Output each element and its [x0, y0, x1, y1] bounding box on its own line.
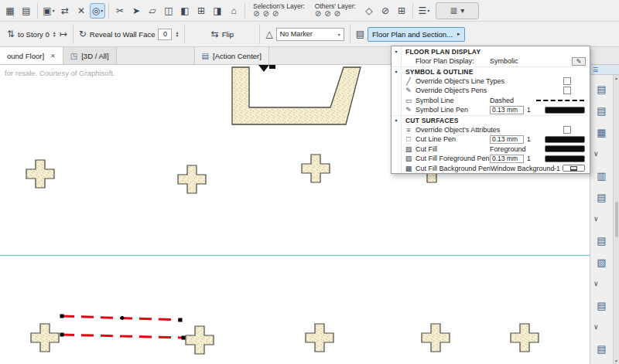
marker-dropdown[interactable]: No Marker ▾: [276, 28, 344, 41]
floor-plan-display-value[interactable]: Symbolic: [490, 57, 533, 65]
symbol-line-value[interactable]: Dashed: [490, 97, 533, 104]
favorites-icon[interactable]: ▤: [19, 3, 34, 19]
grid-snap-icon[interactable]: ⊞: [394, 3, 409, 19]
selection-handle[interactable]: [179, 318, 183, 322]
tab-3d-all[interactable]: ◳ [3D / All]: [63, 47, 117, 64]
pickup-parameters-icon[interactable]: ⇄: [57, 3, 73, 19]
collapse-arrow-icon[interactable]: ▾: [392, 46, 402, 56]
tab-action-center[interactable]: ▤ [Action Center]: [194, 47, 269, 64]
arrow-tool-icon[interactable]: ➤: [128, 3, 144, 19]
layers-icon[interactable]: ◇: [361, 3, 377, 19]
cut-fill-background-value[interactable]: Window Background: [491, 165, 551, 172]
wall-outline[interactable]: [232, 67, 361, 124]
layer-state-icon[interactable]: ⊘: [262, 10, 268, 18]
scrollbar-thumb[interactable]: [615, 202, 618, 237]
story-stepper[interactable]: ▲▼: [53, 31, 56, 38]
cut-fill-foreground-swatch[interactable]: [545, 155, 585, 162]
override-line-types-checkbox[interactable]: [563, 77, 571, 85]
selected-wall-edge[interactable]: [62, 335, 183, 338]
cut-surfaces-header-row[interactable]: ▾ CUT SURFACES: [392, 115, 590, 125]
sheet-icon[interactable]: ▥: [590, 165, 613, 186]
cut-line-pen-swatch[interactable]: [545, 136, 585, 143]
floor-plan-section-dropdown[interactable]: Floor Plan and Section... ▸: [368, 27, 465, 42]
chevron-down-icon[interactable]: ∨: [590, 208, 613, 230]
dashed-line-preview[interactable]: [536, 100, 584, 101]
element-settings-icon[interactable]: ▣▾: [41, 3, 56, 19]
jump-icon[interactable]: ↦: [60, 29, 67, 39]
collapse-arrow-icon[interactable]: ▾: [392, 116, 402, 125]
flip-button[interactable]: Flip: [222, 30, 234, 39]
tab-ground-floor[interactable]: ound Floor] ✕: [0, 47, 63, 64]
column-symbol[interactable]: [306, 324, 333, 352]
sheet-icon[interactable]: ▤: [590, 100, 613, 121]
window-tool-icon[interactable]: ⊞: [193, 3, 209, 19]
cut-fill-value[interactable]: Foreground: [490, 145, 533, 153]
floor-plan-section-group: ▤ Floor Plan and Section... ▸: [352, 27, 469, 42]
panel-header-row[interactable]: ▾ FLOOR PLAN DISPLAY: [392, 46, 590, 56]
layers-icon[interactable]: ▧: [590, 251, 613, 273]
sheet-icon[interactable]: ▤: [590, 230, 613, 251]
symbol-line-pen-weight[interactable]: 0.13 mm: [490, 106, 524, 114]
wall-tool-icon[interactable]: ◫: [161, 3, 176, 19]
column-symbol[interactable]: [178, 165, 206, 193]
section-marker-icon[interactable]: [258, 65, 269, 72]
selection-layer-group: Selection's Layer: ⊘⊘⊘: [253, 3, 305, 19]
view-options-icon[interactable]: ☰▾: [416, 3, 432, 19]
column-symbol[interactable]: [511, 324, 539, 352]
marquee-tool-icon[interactable]: ▱: [145, 3, 160, 19]
layer-state-icon[interactable]: ⊘: [253, 10, 259, 18]
layer-state-icon[interactable]: ⊘: [334, 10, 340, 18]
column-tool-icon[interactable]: ◨: [210, 3, 225, 19]
sidebar-scrollbar[interactable]: ▲ ▼: [613, 75, 619, 364]
column-symbol[interactable]: [31, 324, 59, 352]
cut-icon[interactable]: ✂: [112, 3, 128, 19]
project-grid-icon[interactable]: ▦: [2, 3, 18, 19]
visibility-off-icon[interactable]: ⊘: [378, 3, 393, 19]
reveal-value-field[interactable]: 0: [158, 29, 172, 40]
selection-handle[interactable]: [60, 315, 64, 318]
column-symbol[interactable]: [26, 160, 54, 188]
cut-line-pen-weight[interactable]: 0.13 mm: [490, 135, 524, 144]
layer-state-icon[interactable]: ⊘: [272, 10, 279, 18]
toolbar-separator: [108, 3, 109, 19]
reveal-stepper[interactable]: ▲▼: [175, 31, 179, 38]
door-tool-icon[interactable]: ◧: [177, 3, 193, 19]
scroll-up-icon[interactable]: ▲: [614, 76, 618, 80]
panel-section-title: CUT SURFACES: [405, 117, 459, 124]
symbol-outline-header-row[interactable]: ▾ SYMBOL & OUTLINE: [392, 66, 590, 77]
override-pens-checkbox[interactable]: [563, 87, 571, 94]
view-preview-dropdown[interactable]: ▥ ▾: [436, 2, 479, 19]
layer-state-icon[interactable]: ⊘: [315, 10, 321, 18]
layer-state-icon[interactable]: ⊘: [324, 10, 330, 18]
chevron-down-icon[interactable]: ∨: [590, 143, 613, 165]
show-hide-icon[interactable]: ◎▾: [90, 3, 105, 19]
sidebar-header[interactable]: ☰: [590, 65, 619, 75]
column-symbol[interactable]: [422, 324, 450, 352]
chevron-down-icon[interactable]: ∨: [590, 316, 613, 338]
collapse-arrow-icon[interactable]: ▾: [392, 67, 402, 77]
column-symbol[interactable]: [186, 326, 214, 354]
sheet-icon[interactable]: ▤: [590, 78, 613, 100]
sheet-icon[interactable]: ▤: [590, 294, 613, 316]
roof-tool-icon[interactable]: ⌂: [226, 3, 241, 19]
scroll-down-icon[interactable]: ▼: [614, 359, 618, 363]
window-background-swatch[interactable]: [563, 165, 585, 172]
chevron-down-icon[interactable]: ∨: [590, 273, 613, 294]
toolbar-separator: [412, 3, 413, 19]
grid-icon[interactable]: ▦: [590, 121, 613, 143]
cut-fill-swatch[interactable]: [545, 145, 585, 152]
sheet-icon[interactable]: ▤: [590, 186, 613, 208]
close-icon[interactable]: ✕: [50, 53, 56, 60]
selection-handle[interactable]: [182, 336, 186, 340]
selection-midpoint-handle[interactable]: [121, 316, 125, 320]
symbol-line-pen-swatch[interactable]: [545, 107, 585, 114]
override-attributes-checkbox[interactable]: [563, 126, 571, 134]
selection-handle[interactable]: [60, 333, 64, 337]
selected-element[interactable]: [60, 315, 186, 340]
symbolic-display-icon[interactable]: ✎: [572, 57, 586, 66]
cut-fill-foreground-pen-weight[interactable]: 0.13 mm: [490, 155, 524, 163]
sheet-icon[interactable]: ▤: [590, 338, 613, 359]
column-symbol[interactable]: [302, 155, 330, 182]
delete-icon[interactable]: ✕: [74, 3, 89, 19]
section-marker-flag[interactable]: [269, 65, 275, 69]
